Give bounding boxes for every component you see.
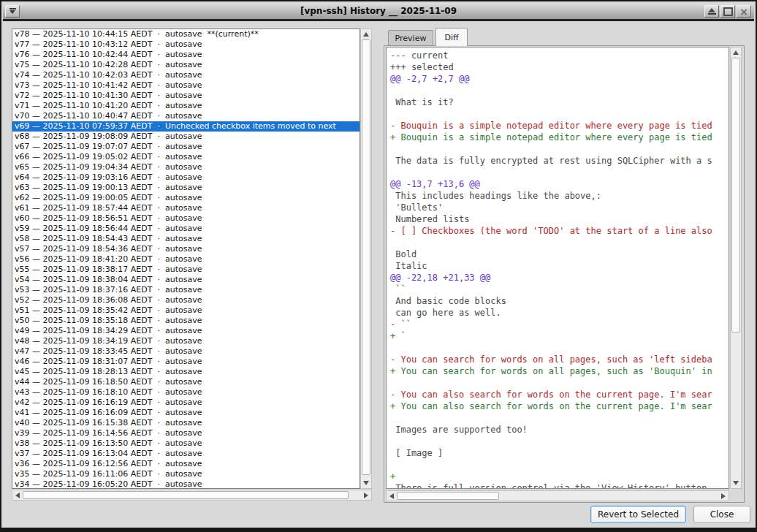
tab-diff[interactable]: Diff [435, 28, 468, 46]
history-vertical-scrollbar[interactable] [360, 28, 372, 489]
history-version-row[interactable]: v58 — 2025-11-09 18:54:43 AEDT · autosav… [12, 234, 360, 244]
history-version-row[interactable]: v70 — 2025-11-10 10:40:47 AEDT · autosav… [12, 111, 360, 121]
history-version-row[interactable]: v49 — 2025-11-09 18:34:29 AEDT · autosav… [12, 326, 360, 336]
diff-line: The data is fully encrypted at rest usin… [390, 155, 729, 167]
window-title: [vpn-ssh] History __ 2025-11-09 [3, 6, 754, 16]
history-version-row[interactable]: v51 — 2025-11-09 18:35:42 AEDT · autosav… [12, 305, 360, 316]
diff-line: - `` [390, 319, 729, 330]
history-version-row[interactable]: v54 — 2025-11-09 18:38:04 AEDT · autosav… [12, 275, 360, 285]
window-frame: [vpn-ssh] History __ 2025-11-09 × v78 — … [0, 0, 757, 532]
scroll-down-arrow-icon[interactable] [733, 481, 739, 485]
history-horizontal-scrollbar[interactable] [12, 490, 372, 501]
history-version-row[interactable]: v40 — 2025-11-09 16:15:38 AEDT · autosav… [12, 418, 360, 428]
history-version-row[interactable]: v66 — 2025-11-09 19:05:02 AEDT · autosav… [12, 152, 360, 162]
diff-line: @@ -22,18 +21,33 @@ [390, 272, 729, 284]
history-version-row[interactable]: v43 — 2025-11-09 16:18:10 AEDT · autosav… [12, 387, 360, 398]
history-version-row[interactable]: v56 — 2025-11-09 18:41:20 AEDT · autosav… [12, 254, 360, 265]
history-version-row[interactable]: v38 — 2025-11-09 16:13:50 AEDT · autosav… [12, 438, 360, 449]
history-version-row[interactable]: v67 — 2025-11-09 19:07:07 AEDT · autosav… [12, 142, 360, 152]
history-version-row[interactable]: v60 — 2025-11-09 18:56:51 AEDT · autosav… [12, 213, 360, 224]
tab-preview[interactable]: Preview [388, 30, 433, 46]
history-version-row[interactable]: v41 — 2025-11-09 16:16:09 AEDT · autosav… [12, 408, 360, 418]
revert-to-selected-button[interactable]: Revert to Selected [590, 506, 686, 523]
history-version-row[interactable]: v42 — 2025-11-09 16:16:19 AEDT · autosav… [12, 398, 360, 408]
diff-line: This includes headings like the above,: [390, 190, 729, 202]
scroll-right-arrow-icon[interactable] [364, 493, 368, 498]
maximize-button[interactable] [720, 5, 735, 18]
history-version-row[interactable]: v48 — 2025-11-09 18:34:19 AEDT · autosav… [12, 336, 360, 346]
diff-line: Numbered lists [390, 213, 729, 225]
diff-line: And basic code blocks [390, 295, 729, 307]
scroll-up-arrow-icon[interactable] [363, 32, 369, 37]
diff-line: Italic [390, 260, 729, 272]
history-version-row[interactable]: v74 — 2025-11-10 10:42:03 AEDT · autosav… [12, 70, 360, 80]
diff-line: @@ -2,7 +2,7 @@ [390, 73, 729, 85]
diff-vertical-scrollbar[interactable] [730, 47, 742, 489]
diff-line: can go here as well. [390, 307, 729, 319]
scroll-right-arrow-icon[interactable] [721, 493, 726, 499]
history-version-row[interactable]: v75 — 2025-11-10 10:42:28 AEDT · autosav… [12, 60, 360, 70]
history-version-row[interactable]: v63 — 2025-11-09 19:00:13 AEDT · autosav… [12, 183, 360, 193]
history-version-row[interactable]: v37 — 2025-11-09 16:13:04 AEDT · autosav… [12, 449, 360, 459]
diff-line [390, 459, 729, 471]
diff-line [390, 237, 729, 248]
history-version-row[interactable]: v34 — 2025-11-09 16:05:20 AEDT · autosav… [12, 479, 360, 489]
diff-line [390, 143, 729, 155]
history-version-row[interactable]: v39 — 2025-11-09 16:14:56 AEDT · autosav… [12, 428, 360, 438]
history-version-row[interactable]: v59 — 2025-11-09 18:56:44 AEDT · autosav… [12, 224, 360, 234]
close-window-button[interactable]: × [737, 5, 751, 18]
history-version-row[interactable]: v64 — 2025-11-09 19:03:16 AEDT · autosav… [12, 172, 360, 183]
history-version-row[interactable]: v68 — 2025-11-09 19:08:09 AEDT · autosav… [12, 132, 360, 142]
history-version-row[interactable]: v77 — 2025-11-10 10:43:12 AEDT · autosav… [12, 39, 360, 50]
history-version-row[interactable]: v57 — 2025-11-09 18:54:36 AEDT · autosav… [12, 244, 360, 254]
history-version-row[interactable]: v53 — 2025-11-09 18:37:16 AEDT · autosav… [12, 285, 360, 295]
history-version-row[interactable]: v76 — 2025-11-10 10:42:44 AEDT · autosav… [12, 50, 360, 60]
history-version-row[interactable]: v72 — 2025-11-10 10:41:30 AEDT · autosav… [12, 91, 360, 101]
diff-line [390, 85, 729, 96]
titlebar[interactable]: [vpn-ssh] History __ 2025-11-09 × [3, 3, 754, 21]
shade-button[interactable] [704, 5, 719, 18]
diff-line [390, 412, 729, 424]
history-version-row[interactable]: v69 — 2025-11-10 07:59:37 AEDT · Uncheck… [12, 121, 360, 132]
history-version-row[interactable]: v61 — 2025-11-09 18:57:44 AEDT · autosav… [12, 203, 360, 213]
diff-line [390, 108, 729, 120]
history-version-row[interactable]: v52 — 2025-11-09 18:36:08 AEDT · autosav… [12, 295, 360, 305]
scroll-down-arrow-icon[interactable] [363, 481, 369, 485]
diff-line [390, 436, 729, 447]
diff-line [390, 167, 729, 178]
history-version-row[interactable]: v65 — 2025-11-09 19:04:34 AEDT · autosav… [12, 162, 360, 172]
diff-line: Bold [390, 248, 729, 260]
maximize-square-icon [723, 7, 733, 16]
close-x-icon: × [739, 7, 748, 17]
diff-line: --- current [390, 50, 729, 61]
history-version-row[interactable]: v36 — 2025-11-09 16:12:56 AEDT · autosav… [12, 459, 360, 469]
history-version-row[interactable]: v62 — 2025-11-09 19:00:05 AEDT · autosav… [12, 193, 360, 203]
scroll-left-arrow-icon[interactable] [15, 493, 20, 498]
scroll-up-arrow-icon[interactable] [733, 50, 739, 55]
history-version-row[interactable]: v50 — 2025-11-09 18:35:18 AEDT · autosav… [12, 316, 360, 326]
close-button[interactable]: Close [693, 506, 750, 523]
history-version-list[interactable]: v78 — 2025-11-10 10:44:15 AEDT · autosav… [12, 28, 360, 489]
diff-horizontal-scrollbar[interactable] [386, 490, 729, 501]
scroll-left-arrow-icon[interactable] [389, 493, 394, 499]
history-version-row[interactable]: v55 — 2025-11-09 18:38:17 AEDT · autosav… [12, 265, 360, 275]
history-version-row[interactable]: v44 — 2025-11-09 16:18:50 AEDT · autosav… [12, 377, 360, 387]
diff-line [390, 342, 729, 354]
history-version-row[interactable]: v71 — 2025-11-10 10:41:20 AEDT · autosav… [12, 101, 360, 111]
history-version-row[interactable]: v47 — 2025-11-09 18:33:45 AEDT · autosav… [12, 346, 360, 357]
scrollbar-thumb[interactable] [731, 58, 740, 332]
scrollbar-thumb[interactable] [23, 491, 349, 499]
history-version-row[interactable]: v73 — 2025-11-10 10:41:42 AEDT · autosav… [12, 80, 360, 91]
history-version-row[interactable]: v46 — 2025-11-09 18:31:07 AEDT · autosav… [12, 357, 360, 367]
shade-bar-icon [708, 13, 716, 15]
history-version-row[interactable]: v35 — 2025-11-09 16:11:06 AEDT · autosav… [12, 469, 360, 479]
diff-line: [ Image ] [390, 447, 729, 459]
scrollbar-thumb[interactable] [397, 492, 499, 500]
history-version-row[interactable]: v78 — 2025-11-10 10:44:15 AEDT · autosav… [12, 29, 360, 39]
diff-line: - You can search for words on all pages,… [390, 354, 729, 365]
diff-line: + You can also search for words on the c… [390, 400, 729, 412]
diff-line: Images are supported too! [390, 424, 729, 436]
history-version-row[interactable]: v45 — 2025-11-09 18:28:13 AEDT · autosav… [12, 367, 360, 377]
scrollbar-thumb[interactable] [362, 39, 370, 475]
diff-text-area[interactable]: --- current +++ selected @@ -2,7 +2,7 @@… [386, 47, 729, 489]
